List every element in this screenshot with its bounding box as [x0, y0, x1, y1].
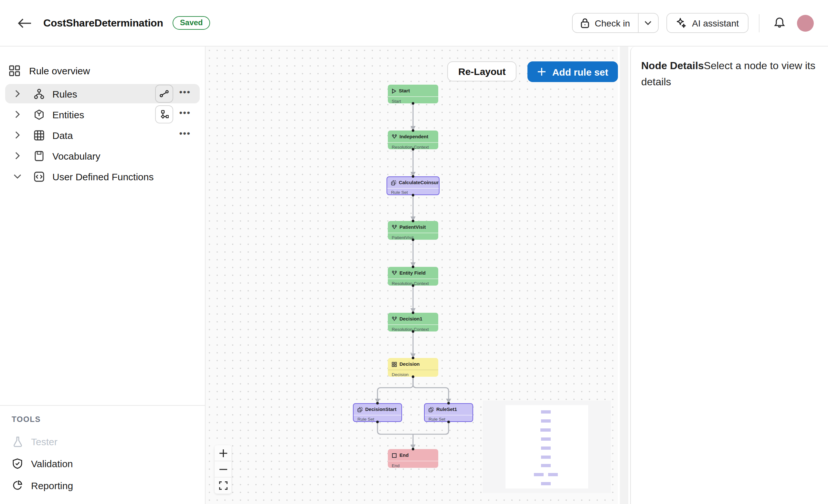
flow-node-ruleset1[interactable]: RuleSet1 Rule Set [424, 403, 473, 422]
flow-node-independent[interactable]: Independent Resolution Context [388, 130, 438, 149]
sidebar: Rule overview Rules ••• Entit [0, 46, 206, 504]
minimap-node [541, 410, 551, 413]
check-in-label: Check in [595, 18, 630, 28]
header-divider [759, 14, 759, 32]
minimap-node [541, 437, 551, 440]
back-button[interactable] [15, 14, 34, 32]
flow-node-decision[interactable]: Decision Decision [388, 358, 438, 377]
minimap-node [534, 473, 544, 476]
node-details-title: Node Details [641, 60, 704, 71]
header: CostShareDetermination Saved Check in AI… [0, 0, 828, 46]
fullscreen-icon [219, 481, 227, 490]
branch-icon [392, 316, 397, 322]
shield-check-icon [12, 458, 23, 469]
sidebar-item-entities[interactable]: Entities ••• [5, 105, 200, 124]
tool-validation[interactable]: Validation [12, 456, 195, 470]
status-badge: Saved [173, 16, 210, 30]
zoom-in-button[interactable] [215, 445, 232, 461]
chevron-down-icon[interactable] [10, 174, 25, 179]
flow-canvas[interactable]: Re-Layout Add rule set Start Start Indep… [206, 46, 618, 504]
check-in-dropdown-button[interactable] [638, 13, 658, 32]
back-arrow-icon [17, 18, 32, 28]
chevron-down-icon [645, 21, 652, 25]
minimap-node [540, 428, 551, 431]
plus-icon [219, 449, 227, 457]
data-table-icon [32, 130, 45, 140]
code-function-icon [32, 171, 45, 182]
flow-node-decisionstart[interactable]: DecisionStart Rule Set [353, 403, 402, 422]
minimap-node [541, 455, 551, 458]
ai-assistant-label: AI assistant [692, 18, 739, 28]
data-more-button[interactable]: ••• [179, 129, 191, 141]
add-rule-set-button[interactable]: Add rule set [528, 61, 618, 82]
page-title: CostShareDetermination [43, 17, 163, 29]
minimap-node [541, 464, 551, 467]
copy-icon [391, 180, 396, 185]
minimap-node [548, 473, 558, 476]
bell-icon [774, 17, 785, 29]
sparkles-icon [676, 17, 686, 29]
flow-node-entity-field[interactable]: Entity Field Resolution Context [388, 267, 438, 286]
minus-icon [219, 465, 227, 473]
rules-icon [32, 88, 45, 99]
tool-reporting[interactable]: Reporting [12, 478, 195, 492]
scrollbar-track[interactable] [620, 46, 628, 504]
grid-overview-icon [9, 65, 20, 76]
vocabulary-label: Vocabulary [52, 150, 100, 161]
copy-icon [358, 407, 363, 412]
entities-more-button[interactable]: ••• [179, 108, 191, 121]
rule-overview-label: Rule overview [29, 65, 90, 76]
notifications-button[interactable] [770, 13, 789, 33]
stop-square-icon [392, 453, 397, 458]
sidebar-item-rules[interactable]: Rules ••• [5, 84, 200, 103]
play-icon [392, 88, 396, 93]
check-in-split-button: Check in [572, 13, 658, 33]
tool-tester[interactable]: Tester [12, 434, 195, 449]
lock-icon [580, 18, 589, 28]
rules-label: Rules [52, 88, 77, 99]
plus-icon [537, 67, 546, 76]
flow-node-decision1[interactable]: Decision1 Resolution Context [388, 313, 438, 332]
relayout-button[interactable]: Re-Layout [447, 61, 517, 81]
linked-nodes-icon [160, 90, 169, 97]
user-avatar[interactable] [797, 14, 814, 31]
data-label: Data [52, 130, 73, 140]
entities-diagram-button[interactable] [156, 105, 173, 123]
chevron-right-icon[interactable] [10, 90, 25, 97]
entities-label: Entities [52, 109, 84, 120]
flow-node-start[interactable]: Start Start [388, 85, 438, 103]
minimap-node [541, 419, 551, 422]
rules-more-button[interactable]: ••• [179, 87, 191, 100]
entities-icon [32, 109, 45, 120]
grid-icon [392, 362, 397, 367]
rules-graph-view-button[interactable] [156, 85, 173, 103]
flow-node-end[interactable]: End End [388, 449, 438, 468]
scrollbar-gutter[interactable] [618, 46, 630, 504]
reporting-label: Reporting [31, 480, 73, 491]
flask-icon [12, 436, 23, 447]
sidebar-item-user-defined-functions[interactable]: User Defined Functions [5, 167, 200, 186]
branch-icon [392, 134, 397, 139]
branch-icon [392, 224, 397, 230]
minimap[interactable] [483, 401, 611, 493]
flow-node-patientvisit[interactable]: PatientVisit PatientVisit [388, 221, 438, 240]
check-in-button[interactable]: Check in [573, 13, 638, 32]
tester-label: Tester [31, 436, 57, 447]
chevron-right-icon[interactable] [10, 111, 25, 118]
vocabulary-book-icon [32, 150, 45, 161]
node-details-panel: Node DetailsSelect a node to view its de… [630, 46, 828, 504]
chevron-right-icon[interactable] [10, 131, 25, 139]
pie-chart-icon [12, 480, 23, 491]
sidebar-item-data[interactable]: Data ••• [5, 125, 200, 145]
add-rule-set-label: Add rule set [552, 66, 608, 77]
fit-view-button[interactable] [215, 477, 232, 494]
chevron-right-icon[interactable] [10, 152, 25, 160]
sidebar-item-rule-overview[interactable]: Rule overview [0, 59, 205, 81]
flow-node-calculatecoinsurance[interactable]: CalculateCoinsurance Rule Set [386, 176, 440, 195]
zoom-controls [215, 445, 232, 494]
minimap-node [541, 482, 551, 485]
rule-designer-app: CostShareDetermination Saved Check in AI… [0, 0, 828, 504]
sidebar-item-vocabulary[interactable]: Vocabulary [5, 146, 200, 165]
ai-assistant-button[interactable]: AI assistant [666, 13, 748, 33]
zoom-out-button[interactable] [215, 461, 232, 477]
